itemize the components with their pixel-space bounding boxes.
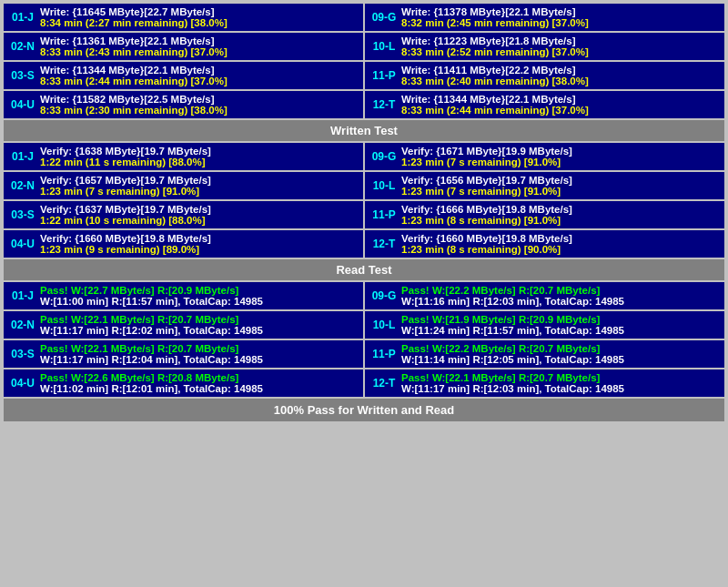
read-line1-02n: Pass! W:[22.1 MByte/s] R:[20.7 MByte/s]: [40, 314, 358, 325]
verify-grid: 01-J Verify: {1638 MByte}[19.7 MByte/s] …: [4, 143, 724, 258]
verify-card-12t: 12-T Verify: {1660 MByte}[19.8 MByte/s] …: [365, 230, 724, 258]
verify-content-02n: Verify: {1657 MByte}[19.7 MByte/s] 1:23 …: [40, 175, 358, 197]
card-content-12t: Write: {11344 MByte}[22.1 MByte/s] 8:33 …: [401, 94, 719, 116]
verify-content-11p: Verify: {1666 MByte}[19.8 MByte/s] 1:23 …: [401, 204, 719, 226]
write-line1-11p: Write: {11411 MByte}[22.2 MByte/s]: [401, 65, 719, 76]
card-content-09g: Write: {11378 MByte}[22.1 MByte/s] 8:32 …: [401, 6, 719, 28]
write-card-03s: 03-S Write: {11344 MByte}[22.1 MByte/s] …: [4, 62, 363, 89]
read-id-10l: 10-L: [370, 314, 398, 336]
read-line2-09g: W:[11:16 min] R:[12:03 min], TotalCap: 1…: [401, 296, 719, 307]
write-line1-03s: Write: {11344 MByte}[22.1 MByte/s]: [40, 65, 358, 76]
write-line2-10l: 8:33 min (2:52 min remaining) [37.0%]: [401, 46, 719, 57]
write-line1-02n: Write: {11361 MByte}[22.1 MByte/s]: [40, 35, 358, 46]
verify-card-04u: 04-U Verify: {1660 MByte}[19.8 MByte/s] …: [4, 230, 363, 258]
card-content-10l: Write: {11223 MByte}[21.8 MByte/s] 8:33 …: [401, 35, 719, 57]
verify-id-10l: 10-L: [370, 175, 398, 197]
write-grid: 01-J Write: {11645 MByte}[22.7 MByte/s] …: [4, 4, 724, 118]
verify-left-col: 01-J Verify: {1638 MByte}[19.7 MByte/s] …: [4, 143, 363, 258]
card-content-11p: Write: {11411 MByte}[22.2 MByte/s] 8:33 …: [401, 65, 719, 86]
write-right-col: 09-G Write: {11378 MByte}[22.1 MByte/s] …: [365, 4, 724, 118]
verify-content-04u: Verify: {1660 MByte}[19.8 MByte/s] 1:23 …: [40, 233, 358, 255]
read-id-09g: 09-G: [370, 285, 398, 307]
read-card-10l: 10-L Pass! W:[21.9 MByte/s] R:[20.9 MByt…: [365, 311, 724, 339]
card-id-09g: 09-G: [370, 6, 398, 28]
verify-card-09g: 09-G Verify: {1671 MByte}[19.9 MByte/s] …: [365, 143, 724, 170]
write-line1-01j: Write: {11645 MByte}[22.7 MByte/s]: [40, 6, 358, 17]
read-content-09g: Pass! W:[22.2 MByte/s] R:[20.7 MByte/s] …: [401, 285, 719, 307]
write-line1-10l: Write: {11223 MByte}[21.8 MByte/s]: [401, 35, 719, 46]
verify-content-01j: Verify: {1638 MByte}[19.7 MByte/s] 1:22 …: [40, 146, 358, 167]
card-id-04u: 04-U: [9, 94, 36, 116]
write-line2-02n: 8:33 min (2:43 min remaining) [37.0%]: [40, 46, 358, 57]
card-id-11p: 11-P: [370, 65, 398, 86]
card-id-12t: 12-T: [370, 94, 398, 116]
verify-id-04u: 04-U: [9, 233, 36, 255]
verify-line2-10l: 1:23 min (7 s remaining) [91.0%]: [401, 186, 719, 197]
verify-line2-02n: 1:23 min (7 s remaining) [91.0%]: [40, 186, 358, 197]
read-line2-01j: W:[11:00 min] R:[11:57 min], TotalCap: 1…: [40, 296, 358, 307]
read-content-01j: Pass! W:[22.7 MByte/s] R:[20.9 MByte/s] …: [40, 285, 358, 307]
read-line2-02n: W:[11:17 min] R:[12:02 min], TotalCap: 1…: [40, 325, 358, 336]
footer-bar: 100% Pass for Written and Read: [4, 399, 724, 421]
write-card-04u: 04-U Write: {11582 MByte}[22.5 MByte/s] …: [4, 91, 363, 118]
write-card-10l: 10-L Write: {11223 MByte}[21.8 MByte/s] …: [365, 33, 724, 60]
read-card-12t: 12-T Pass! W:[22.1 MByte/s] R:[20.7 MByt…: [365, 369, 724, 397]
read-content-11p: Pass! W:[22.2 MByte/s] R:[20.7 MByte/s] …: [401, 343, 719, 365]
write-line1-04u: Write: {11582 MByte}[22.5 MByte/s]: [40, 94, 358, 105]
verify-id-12t: 12-T: [370, 233, 398, 255]
read-line1-11p: Pass! W:[22.2 MByte/s] R:[20.7 MByte/s]: [401, 343, 719, 354]
write-line2-11p: 8:33 min (2:40 min remaining) [38.0%]: [401, 76, 719, 86]
verify-line2-03s: 1:22 min (10 s remaining) [88.0%]: [40, 215, 358, 226]
write-line2-04u: 8:33 min (2:30 min remaining) [38.0%]: [40, 105, 358, 116]
card-content-04u: Write: {11582 MByte}[22.5 MByte/s] 8:33 …: [40, 94, 358, 116]
card-id-01j: 01-J: [9, 6, 36, 28]
read-test-label: Read Test: [4, 259, 724, 280]
card-id-10l: 10-L: [370, 35, 398, 57]
read-line2-12t: W:[11:17 min] R:[12:03 min], TotalCap: 1…: [401, 383, 719, 394]
verify-line1-01j: Verify: {1638 MByte}[19.7 MByte/s]: [40, 146, 358, 157]
write-left-col: 01-J Write: {11645 MByte}[22.7 MByte/s] …: [4, 4, 363, 118]
read-content-04u: Pass! W:[22.6 MByte/s] R:[20.8 MByte/s] …: [40, 372, 358, 394]
verify-id-11p: 11-P: [370, 204, 398, 226]
write-line1-12t: Write: {11344 MByte}[22.1 MByte/s]: [401, 94, 719, 105]
read-id-02n: 02-N: [9, 314, 36, 336]
write-section: 01-J Write: {11645 MByte}[22.7 MByte/s] …: [4, 4, 724, 118]
read-content-02n: Pass! W:[22.1 MByte/s] R:[20.7 MByte/s] …: [40, 314, 358, 336]
read-line1-10l: Pass! W:[21.9 MByte/s] R:[20.9 MByte/s]: [401, 314, 719, 325]
read-id-04u: 04-U: [9, 372, 36, 394]
read-card-11p: 11-P Pass! W:[22.2 MByte/s] R:[20.7 MByt…: [365, 340, 724, 368]
write-line2-12t: 8:33 min (2:44 min remaining) [37.0%]: [401, 105, 719, 116]
read-line2-10l: W:[11:24 min] R:[11:57 min], TotalCap: 1…: [401, 325, 719, 336]
write-card-12t: 12-T Write: {11344 MByte}[22.1 MByte/s] …: [365, 91, 724, 118]
read-line1-09g: Pass! W:[22.2 MByte/s] R:[20.7 MByte/s]: [401, 285, 719, 296]
write-card-02n: 02-N Write: {11361 MByte}[22.1 MByte/s] …: [4, 33, 363, 60]
verify-card-11p: 11-P Verify: {1666 MByte}[19.8 MByte/s] …: [365, 201, 724, 228]
write-card-11p: 11-P Write: {11411 MByte}[22.2 MByte/s] …: [365, 62, 724, 89]
verify-card-10l: 10-L Verify: {1656 MByte}[19.7 MByte/s] …: [365, 172, 724, 199]
read-card-01j: 01-J Pass! W:[22.7 MByte/s] R:[20.9 MByt…: [4, 282, 363, 309]
read-id-03s: 03-S: [9, 343, 36, 365]
verify-line1-12t: Verify: {1660 MByte}[19.8 MByte/s]: [401, 233, 719, 244]
write-line2-01j: 8:34 min (2:27 min remaining) [38.0%]: [40, 17, 358, 28]
read-section: 01-J Pass! W:[22.7 MByte/s] R:[20.9 MByt…: [4, 282, 724, 397]
verify-card-03s: 03-S Verify: {1637 MByte}[19.7 MByte/s] …: [4, 201, 363, 228]
read-line1-03s: Pass! W:[22.1 MByte/s] R:[20.7 MByte/s]: [40, 343, 358, 354]
verify-content-10l: Verify: {1656 MByte}[19.7 MByte/s] 1:23 …: [401, 175, 719, 197]
card-id-03s: 03-S: [9, 65, 36, 86]
verify-card-02n: 02-N Verify: {1657 MByte}[19.7 MByte/s] …: [4, 172, 363, 199]
verify-id-03s: 03-S: [9, 204, 36, 226]
read-line2-11p: W:[11:14 min] R:[12:05 min], TotalCap: 1…: [401, 354, 719, 365]
read-id-12t: 12-T: [370, 372, 398, 394]
verify-line1-09g: Verify: {1671 MByte}[19.9 MByte/s]: [401, 146, 719, 157]
read-id-01j: 01-J: [9, 285, 36, 307]
verify-section: 01-J Verify: {1638 MByte}[19.7 MByte/s] …: [4, 143, 724, 258]
verify-content-03s: Verify: {1637 MByte}[19.7 MByte/s] 1:22 …: [40, 204, 358, 226]
verify-line1-02n: Verify: {1657 MByte}[19.7 MByte/s]: [40, 175, 358, 186]
write-line1-09g: Write: {11378 MByte}[22.1 MByte/s]: [401, 6, 719, 17]
verify-id-01j: 01-J: [9, 146, 36, 167]
read-id-11p: 11-P: [370, 343, 398, 365]
read-content-03s: Pass! W:[22.1 MByte/s] R:[20.7 MByte/s] …: [40, 343, 358, 365]
verify-right-col: 09-G Verify: {1671 MByte}[19.9 MByte/s] …: [365, 143, 724, 258]
main-container: 01-J Write: {11645 MByte}[22.7 MByte/s] …: [0, 0, 728, 425]
verify-line2-09g: 1:23 min (7 s remaining) [91.0%]: [401, 157, 719, 167]
